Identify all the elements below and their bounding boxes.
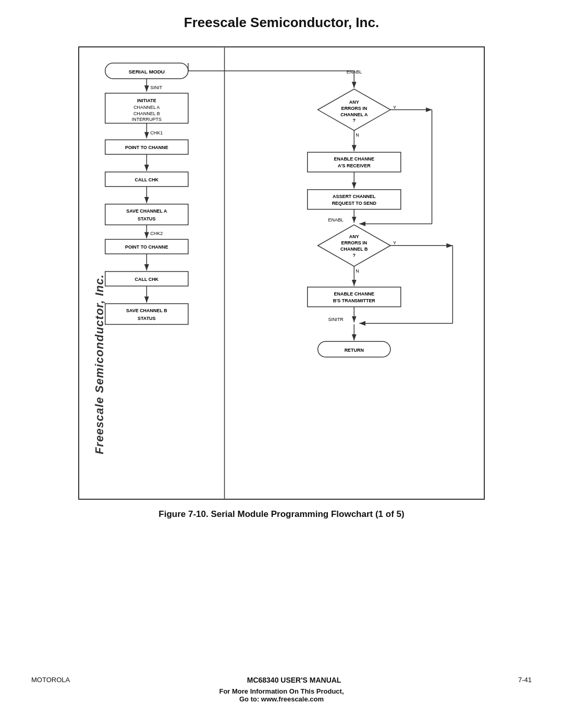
svg-text:CHANNEL A: CHANNEL A bbox=[340, 112, 368, 117]
svg-rect-47 bbox=[308, 190, 401, 209]
svg-text:ENABLE CHANNE: ENABLE CHANNE bbox=[334, 156, 375, 162]
svg-text:INTERRUPTS: INTERRUPTS bbox=[132, 117, 162, 122]
footer-bottom: For More Information On This Product, Go… bbox=[219, 687, 344, 703]
footer-bottom-line1: For More Information On This Product, bbox=[219, 687, 344, 695]
svg-text:?: ? bbox=[353, 118, 356, 123]
svg-text:CHK1: CHK1 bbox=[150, 130, 163, 135]
svg-text:N: N bbox=[356, 132, 359, 138]
footer-bottom-line2: Go to: www.freescale.com bbox=[219, 695, 344, 703]
svg-text:CHK2: CHK2 bbox=[150, 231, 163, 236]
svg-text:ASSERT CHANNEL: ASSERT CHANNEL bbox=[333, 194, 376, 199]
svg-text:B'S TRANSMITTER: B'S TRANSMITTER bbox=[333, 298, 376, 303]
svg-text:ANY: ANY bbox=[349, 100, 359, 105]
svg-text:SINIT: SINIT bbox=[150, 85, 162, 90]
svg-text:CHANNEL B: CHANNEL B bbox=[340, 246, 368, 252]
svg-text:CALL CHK: CALL CHK bbox=[135, 177, 159, 182]
svg-text:CHANNEL A: CHANNEL A bbox=[133, 105, 160, 110]
flowchart-container: SERIAL MODU SINIT INITIATE CHANNEL A CHA… bbox=[78, 46, 485, 500]
svg-text:ANY: ANY bbox=[349, 234, 359, 239]
svg-text:POINT TO CHANNE: POINT TO CHANNE bbox=[125, 145, 168, 150]
figure-caption: Figure 7-10. Serial Module Programming F… bbox=[158, 509, 404, 520]
svg-text:Y: Y bbox=[393, 105, 396, 110]
footer-right: 7-41 bbox=[518, 676, 532, 684]
svg-text:Y: Y bbox=[393, 240, 396, 245]
svg-text:SINITR: SINITR bbox=[328, 317, 344, 322]
svg-text:RETURN: RETURN bbox=[345, 348, 364, 353]
svg-text:ERRORS IN: ERRORS IN bbox=[341, 240, 367, 245]
svg-text:A'S RECEIVER: A'S RECEIVER bbox=[338, 163, 371, 168]
footer-top: MOTOROLA MC68340 USER'S MANUAL 7-41 bbox=[0, 676, 563, 684]
footer-left: MOTOROLA bbox=[31, 676, 70, 684]
svg-text:POINT TO CHANNE: POINT TO CHANNE bbox=[125, 244, 168, 250]
footer-center: MC68340 USER'S MANUAL bbox=[247, 676, 341, 684]
svg-text:REQUEST TO SEND: REQUEST TO SEND bbox=[332, 201, 377, 206]
svg-text:SAVE CHANNEL A: SAVE CHANNEL A bbox=[126, 208, 167, 214]
svg-text:N: N bbox=[356, 268, 359, 274]
svg-text:ERRORS IN: ERRORS IN bbox=[341, 106, 367, 111]
svg-text:STATUS: STATUS bbox=[138, 216, 155, 221]
footer: MOTOROLA MC68340 USER'S MANUAL 7-41 For … bbox=[0, 676, 563, 703]
flowchart-svg: SERIAL MODU SINIT INITIATE CHANNEL A CHA… bbox=[79, 47, 484, 499]
svg-rect-43 bbox=[308, 152, 401, 172]
page-title: Freescale Semiconductor, Inc. bbox=[0, 0, 563, 36]
svg-text:INITIATE: INITIATE bbox=[137, 98, 156, 103]
svg-text:STATUS: STATUS bbox=[138, 316, 155, 321]
svg-rect-63 bbox=[308, 287, 401, 307]
svg-text:CALL CHK: CALL CHK bbox=[135, 277, 159, 282]
svg-rect-18 bbox=[105, 204, 188, 225]
svg-text:SERIAL MODU: SERIAL MODU bbox=[129, 69, 165, 75]
svg-text:CHANNEL B: CHANNEL B bbox=[133, 111, 160, 116]
svg-text:ENABL: ENABL bbox=[328, 217, 344, 223]
svg-text:?: ? bbox=[353, 253, 356, 258]
svg-text:SAVE CHANNEL B: SAVE CHANNEL B bbox=[126, 308, 167, 313]
svg-rect-29 bbox=[105, 304, 188, 325]
svg-text:ENABLE CHANNE: ENABLE CHANNE bbox=[334, 291, 375, 297]
main-content: SERIAL MODU SINIT INITIATE CHANNEL A CHA… bbox=[0, 36, 563, 520]
